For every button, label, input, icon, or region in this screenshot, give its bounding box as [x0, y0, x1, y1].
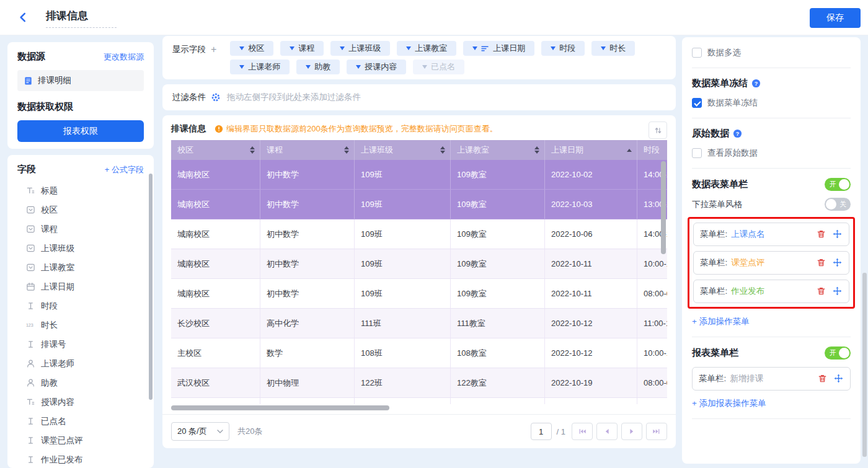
display-field-tag[interactable]: 上课班级	[330, 41, 390, 56]
report-permission-button[interactable]: 报表权限	[17, 120, 144, 142]
pagination-last-button[interactable]	[646, 423, 667, 440]
change-datasource-link[interactable]: 更改数据源	[104, 51, 144, 63]
sort-both-icon	[440, 146, 445, 154]
menu-bar-item[interactable]: 菜单栏: 课堂点评	[693, 251, 849, 275]
add-report-menu-link[interactable]: + 添加报表操作菜单	[692, 398, 851, 409]
column-header[interactable]: 上课班级	[355, 140, 451, 160]
display-field-tag[interactable]: 上课老师	[230, 60, 290, 74]
column-header[interactable]: 上课日期	[545, 140, 637, 160]
field-item[interactable]: 时段	[17, 296, 144, 316]
display-field-tag[interactable]: 授课内容	[347, 60, 406, 74]
table-row[interactable]: 城南校区初中数学109班109教室2022-10-0614:00-1	[171, 219, 667, 249]
field-item[interactable]: 作业已发布	[17, 450, 144, 468]
move-icon[interactable]	[833, 229, 843, 239]
display-field-tag[interactable]: 助教	[296, 60, 340, 74]
move-icon[interactable]	[833, 286, 843, 296]
table-row[interactable]: 武汉校区初中物理122班122教室2022-10-1908:00-0	[171, 368, 667, 398]
move-icon[interactable]	[833, 258, 843, 268]
field-item[interactable]: 上课教室	[17, 258, 144, 277]
datasource-item[interactable]: 排课明细	[17, 70, 144, 91]
table-cell: 08:00-0	[637, 279, 667, 308]
table-vertical-scrollbar[interactable]	[661, 161, 666, 254]
fields-scrollbar[interactable]	[149, 174, 153, 400]
question-icon[interactable]: ?	[733, 129, 742, 138]
trash-icon[interactable]	[817, 229, 826, 239]
field-item[interactable]: 已点名	[17, 412, 144, 431]
table-cell: 武汉校区	[171, 368, 260, 397]
add-display-field-button[interactable]: +	[211, 44, 216, 55]
pagination-prev-button[interactable]	[596, 423, 618, 440]
field-item[interactable]: 课程	[17, 219, 144, 239]
field-item[interactable]: 授课内容	[17, 392, 144, 412]
table-sort-button[interactable]	[649, 121, 667, 139]
table-cell: 08:00-0	[637, 368, 667, 397]
data-menu-toggle[interactable]: 开	[825, 178, 851, 191]
column-header[interactable]: 课程	[260, 140, 355, 160]
back-button[interactable]	[16, 11, 30, 24]
trash-icon[interactable]	[818, 374, 828, 384]
table-row[interactable]: 城南校区初中数学109班109教室2022-10-1108:00-0	[171, 279, 667, 309]
pagination-first-button[interactable]	[572, 423, 593, 440]
table-horizontal-scrollbar[interactable]	[171, 405, 389, 410]
display-field-tag[interactable]: 时长	[591, 41, 635, 56]
report-menu-list: 菜单栏: 新增排课	[692, 367, 851, 391]
freeze-checkbox[interactable]	[692, 98, 702, 108]
menu-item-value: 上课点名	[731, 229, 764, 240]
trash-icon[interactable]	[817, 258, 826, 268]
field-item[interactable]: 校区	[17, 200, 144, 219]
column-header[interactable]: 校区	[171, 140, 260, 160]
table-cell: 初中数学	[260, 219, 355, 249]
move-icon[interactable]	[834, 374, 844, 384]
display-field-tag[interactable]: 已点名	[413, 60, 464, 74]
save-button[interactable]: 保存	[810, 8, 861, 28]
multi-select-checkbox-row[interactable]: 数据多选	[692, 47, 851, 58]
trash-icon[interactable]	[817, 286, 826, 296]
gear-icon[interactable]	[211, 92, 221, 102]
raw-data-checkbox[interactable]	[692, 148, 702, 158]
filter-panel[interactable]: 过滤条件 拖动左侧字段到此处来添加过滤条件	[162, 84, 676, 110]
display-field-tag[interactable]: 上课日期	[463, 41, 534, 56]
table-row[interactable]: 城南校区初中数学109班109教室2022-10-1110:00-1	[171, 249, 667, 279]
table-cell: 111教室	[451, 309, 545, 338]
display-field-tag[interactable]: 校区	[230, 41, 273, 56]
dropdown-style-toggle[interactable]: 关	[825, 198, 851, 211]
table-cell: 109班	[355, 160, 451, 189]
table-row[interactable]: 长沙校区高中化学111班111教室2022-10-1211:00-1	[171, 309, 667, 338]
window-scrollbar[interactable]	[862, 273, 867, 457]
add-action-menu-link[interactable]: + 添加操作菜单	[692, 316, 851, 327]
table-row[interactable]: 城南校区初中数学109班109教室2022-10-0214:00-1	[171, 160, 667, 190]
chevron-down-icon	[239, 65, 244, 69]
field-item[interactable]: 上课老师	[17, 354, 144, 373]
page-size-select[interactable]: 20 条/页	[171, 422, 229, 441]
table-row[interactable]: 城南校区初中数学109班109教室2022-10-0313:00-1	[171, 190, 667, 219]
freeze-checkbox-row[interactable]: 数据菜单冻结	[692, 97, 851, 108]
page-number-input[interactable]: 1	[531, 423, 552, 440]
column-header[interactable]: 上课教室	[451, 140, 545, 160]
datasource-heading: 数据源	[17, 51, 45, 63]
multi-select-checkbox[interactable]	[692, 48, 702, 58]
display-field-tag[interactable]: 时段	[541, 41, 585, 56]
pagination-next-button[interactable]	[621, 423, 642, 440]
display-field-tag[interactable]: 课程	[280, 41, 324, 56]
menu-bar-item[interactable]: 菜单栏: 上课点名	[693, 223, 849, 246]
formula-field-link[interactable]: + 公式字段	[105, 164, 144, 175]
table-row[interactable]: 主校区数学108班108教室2022-10-1210:00-1	[171, 338, 667, 368]
table-cell: 109班	[355, 249, 451, 278]
field-item[interactable]: 标题	[17, 181, 144, 200]
column-header[interactable]: 时段	[637, 140, 667, 160]
report-menu-toggle[interactable]: 开	[825, 347, 851, 360]
filter-dropzone-placeholder: 拖动左侧字段到此处来添加过滤条件	[227, 92, 361, 103]
question-icon[interactable]: ?	[751, 79, 761, 88]
select-field-icon	[25, 205, 35, 215]
menu-bar-item[interactable]: 菜单栏: 新增排课	[692, 367, 851, 391]
field-item[interactable]: 上课日期	[17, 277, 144, 296]
field-item[interactable]: 课堂已点评	[17, 431, 144, 450]
raw-data-checkbox-row[interactable]: 查看原始数据	[692, 148, 851, 159]
display-field-tag[interactable]: 上课教室	[397, 41, 456, 56]
field-item[interactable]: 123 时长	[17, 316, 144, 335]
field-item[interactable]: 上课班级	[17, 239, 144, 258]
page-title[interactable]: 排课信息	[46, 9, 117, 28]
field-item[interactable]: 助教	[17, 373, 144, 392]
menu-bar-item[interactable]: 菜单栏: 作业发布	[693, 280, 849, 303]
field-item[interactable]: 排课号	[17, 335, 144, 354]
